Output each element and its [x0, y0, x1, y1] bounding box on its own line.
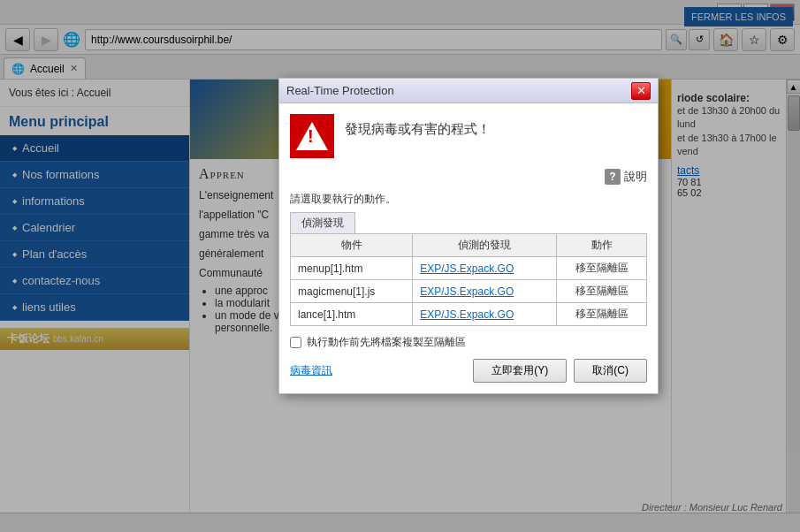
row2-action: 移至隔離區	[557, 280, 647, 303]
col-action: 動作	[557, 234, 647, 257]
footer-buttons: 立即套用(Y) 取消(C)	[473, 359, 647, 383]
col-detection: 偵測的發現	[413, 234, 557, 257]
dialog-body: 發現病毒或有害的程式！ ? 說明 請選取要執行的動作。 偵測發現 物件 偵測的發…	[279, 103, 658, 393]
copy-checkbox[interactable]	[290, 337, 301, 348]
dialog-help-row: ? 說明	[290, 169, 647, 185]
col-file: 物件	[291, 234, 413, 257]
dialog-header: 發現病毒或有害的程式！	[290, 114, 647, 158]
checkbox-row: 執行動作前先將檔案複製至隔離區	[290, 335, 647, 350]
row2-detection[interactable]: EXP/JS.Expack.GO	[413, 280, 557, 303]
detection-table: 物件 偵測的發現 動作 menup[1].htm EXP/JS.Expack.G…	[290, 233, 647, 326]
row2-file: magicmenu[1].js	[291, 280, 413, 303]
dialog-titlebar: Real-Time Protection ✕	[279, 79, 658, 103]
warning-triangle	[296, 122, 328, 150]
row3-file: lance[1].htm	[291, 303, 413, 326]
real-time-protection-dialog: Real-Time Protection ✕ 發現病毒或有害的程式！ ? 說明 …	[278, 78, 659, 394]
dialog-message: 發現病毒或有害的程式！	[345, 114, 491, 138]
table-row: menup[1].htm EXP/JS.Expack.GO 移至隔離區	[291, 257, 647, 280]
dialog-close-button[interactable]: ✕	[631, 82, 651, 100]
warning-icon	[290, 114, 334, 158]
detection-tab[interactable]: 偵測發現	[290, 212, 355, 233]
help-label[interactable]: 說明	[624, 169, 647, 185]
dialog-title: Real-Time Protection	[286, 84, 394, 97]
row3-action: 移至隔離區	[557, 303, 647, 326]
dialog-footer: 病毒資訊 立即套用(Y) 取消(C)	[290, 359, 647, 383]
table-row: lance[1].htm EXP/JS.Expack.GO 移至隔離區	[291, 303, 647, 326]
row1-action: 移至隔離區	[557, 257, 647, 280]
row3-detection[interactable]: EXP/JS.Expack.GO	[413, 303, 557, 326]
virus-info-link[interactable]: 病毒資訊	[290, 363, 332, 378]
row1-file: menup[1].htm	[291, 257, 413, 280]
table-row: magicmenu[1].js EXP/JS.Expack.GO 移至隔離區	[291, 280, 647, 303]
action-prompt: 請選取要執行的動作。	[290, 192, 647, 207]
row1-detection[interactable]: EXP/JS.Expack.GO	[413, 257, 557, 280]
help-icon: ?	[605, 169, 621, 185]
cancel-button[interactable]: 取消(C)	[574, 359, 647, 383]
checkbox-label[interactable]: 執行動作前先將檔案複製至隔離區	[307, 335, 466, 350]
apply-button[interactable]: 立即套用(Y)	[473, 359, 567, 383]
